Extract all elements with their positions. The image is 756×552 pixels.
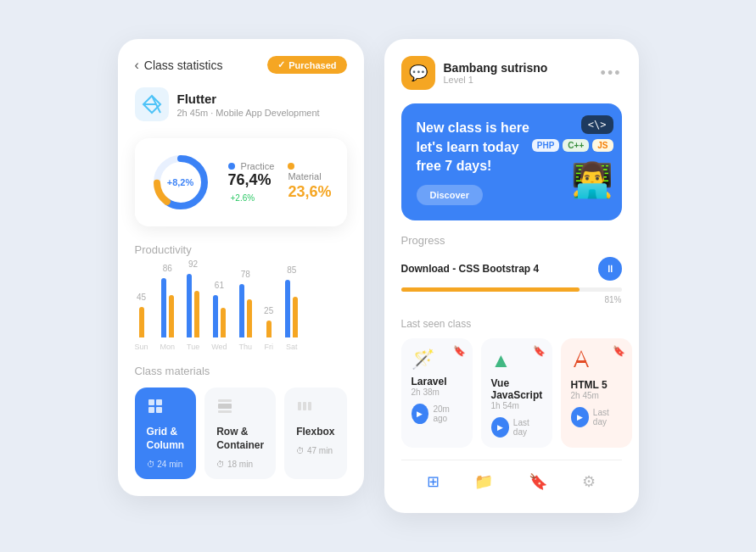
material-row[interactable]: Row &Container ⏱ 18 min: [204, 388, 276, 478]
grid-name: Grid &Column: [147, 426, 185, 452]
bar-thu: 78 Thu: [239, 270, 253, 351]
progress-section-title: Progress: [401, 234, 622, 247]
vue-duration: 1h 54m: [491, 401, 542, 410]
material-stat: Material 23,6%: [288, 161, 331, 204]
stat-items: Practice 76,4% +2.6% Material 23,6%: [228, 161, 332, 204]
php-badge: PHP: [532, 139, 560, 152]
material-grid[interactable]: Grid &Column ⏱ 24 min: [135, 388, 197, 478]
course-details: Flutter 2h 45m · Mobile App Development: [177, 92, 320, 118]
material-label: Material: [288, 161, 331, 181]
laravel-footer: ▶ 20m ago: [412, 404, 462, 424]
svg-rect-13: [298, 402, 301, 410]
bar-chart: 45 Sun 86 Mon 92: [135, 266, 347, 351]
bar-orange-sat: [293, 297, 298, 337]
svg-rect-6: [148, 399, 154, 405]
last-seen-section: Last seen class 🔖 🪄 Laravel 2h 38m ▶ 20m…: [401, 318, 622, 448]
html5-play-btn[interactable]: ▶: [571, 407, 589, 427]
class-laravel[interactable]: 🔖 🪄 Laravel 2h 38m ▶ 20m ago: [401, 338, 473, 448]
class-cards: 🔖 🪄 Laravel 2h 38m ▶ 20m ago 🔖 ▲ Vue Jav…: [401, 338, 622, 448]
bar-sat: 85 Sat: [285, 265, 298, 351]
bar-mon: 86 Mon: [160, 264, 176, 351]
bar-blue-thu: [239, 284, 244, 337]
material-dot: [288, 163, 294, 170]
bar-wed: 61 Wed: [211, 281, 227, 351]
promo-banner: New class is here let's learn today free…: [401, 103, 622, 220]
laravel-duration: 2h 38m: [412, 388, 462, 397]
card-header: ‹ Class statistics ✓ Purchased: [135, 56, 347, 74]
discover-button[interactable]: Discover: [417, 185, 483, 205]
nav-folder-icon[interactable]: 📁: [474, 472, 493, 491]
stats-row: +8,2% Practice 76,4% +2.6% Mat: [135, 138, 347, 226]
bar-orange-thu: [247, 299, 252, 337]
flutter-icon: [135, 87, 169, 121]
row-icon: [216, 398, 264, 419]
bar-fri: 25 Fri: [264, 306, 273, 351]
svg-marker-16: [574, 350, 589, 367]
bar-blue-wed: [213, 295, 218, 337]
bar-blue-mon: [161, 278, 166, 337]
left-card: ‹ Class statistics ✓ Purchased Flutter 2…: [118, 39, 364, 495]
progress-course-title: Download - CSS Bootstrap 4: [401, 263, 540, 275]
check-icon: ✓: [277, 59, 285, 70]
bar-blue-tue: [187, 274, 192, 337]
svg-rect-8: [148, 407, 154, 413]
class-vue[interactable]: 🔖 ▲ Vue JavaScript 1h 54m ▶ Last day: [481, 338, 552, 448]
bar-sun: 45 Sun: [135, 293, 148, 351]
bar-tue: 92 Tue: [187, 259, 199, 351]
laravel-play-btn[interactable]: ▶: [412, 404, 429, 424]
laravel-ago: 20m ago: [433, 404, 462, 423]
grid-time: ⏱ 24 min: [147, 460, 185, 469]
user-avatar: 💬: [401, 56, 435, 90]
nav-bookmark-icon[interactable]: 🔖: [529, 472, 547, 491]
flexbox-name: Flexbox: [296, 426, 334, 439]
grid-icon: [147, 398, 185, 419]
vue-footer: ▶ Last day: [491, 417, 542, 438]
back-arrow-icon: ‹: [135, 58, 139, 73]
user-details: Bambang sutrisno Level 1: [444, 61, 548, 85]
svg-rect-12: [218, 410, 232, 413]
cplusplus-badge: C++: [563, 139, 589, 152]
bar-orange-wed: [221, 308, 226, 337]
pause-button[interactable]: ⏸: [598, 257, 622, 281]
svg-rect-7: [156, 399, 162, 405]
bookmark-html-icon[interactable]: 🔖: [613, 345, 625, 357]
purchased-label: Purchased: [288, 60, 336, 70]
back-button[interactable]: ‹ Class statistics: [135, 58, 223, 73]
practice-value: 76,4% +2.6%: [228, 171, 275, 204]
last-seen-title: Last seen class: [401, 318, 622, 330]
svg-rect-15: [308, 402, 311, 410]
html5-name: HTML 5: [571, 379, 622, 391]
bar-orange-tue: [194, 291, 199, 337]
progress-bar: [401, 287, 622, 292]
svg-rect-14: [303, 402, 306, 410]
bookmark-laravel-icon[interactable]: 🔖: [453, 345, 466, 357]
html5-footer: ▶ Last day: [571, 407, 622, 427]
banner-text: New class is here let's learn today free…: [417, 119, 535, 176]
coder-illustration: 👨‍💻: [571, 160, 613, 200]
more-options-icon[interactable]: •••: [601, 64, 622, 82]
svg-rect-10: [218, 404, 232, 409]
progress-percent: 81%: [401, 295, 622, 304]
purchased-badge: ✓ Purchased: [267, 56, 346, 74]
course-subtitle: 2h 45m · Mobile App Development: [177, 108, 320, 118]
material-value: 23,6%: [288, 183, 331, 201]
material-flexbox[interactable]: Flexbox ⏱ 47 min: [284, 388, 346, 478]
vue-ago: Last day: [513, 418, 542, 437]
html5-ago: Last day: [593, 408, 622, 427]
row-name: Row &Container: [216, 426, 264, 452]
materials-section: Class materials Grid &Column ⏱ 24 min: [135, 365, 347, 478]
vue-play-btn[interactable]: ▶: [491, 417, 509, 438]
bookmark-vue-icon[interactable]: 🔖: [533, 345, 546, 357]
flexbox-icon: [296, 398, 334, 419]
js-badge: JS: [592, 139, 613, 152]
productivity-section: Productivity 45 Sun 86 Mo: [135, 243, 347, 351]
nav-home-icon[interactable]: ⊞: [427, 472, 440, 491]
class-html5[interactable]: 🔖 HTML 5 2h 45m ▶ Last day: [561, 338, 632, 448]
user-info: 💬 Bambang sutrisno Level 1: [401, 56, 548, 90]
html5-duration: 2h 45m: [571, 391, 622, 400]
bar-blue-sat: [285, 280, 290, 337]
donut-label: +8,2%: [167, 177, 194, 187]
bar-orange-mon: [169, 295, 174, 337]
laravel-name: Laravel: [412, 376, 462, 388]
nav-settings-icon[interactable]: ⚙: [582, 472, 596, 491]
